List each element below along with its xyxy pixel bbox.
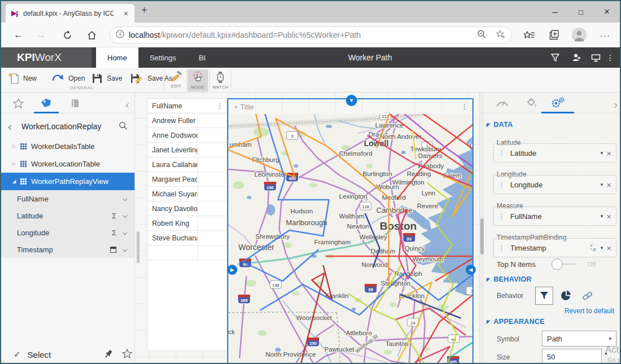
browser-menu-icon[interactable]: ··· (598, 28, 613, 42)
search-icon[interactable] (119, 121, 128, 133)
url-text[interactable]: localhost/kpiworx/default.kpix#dashboard… (129, 30, 361, 40)
tree-item-WorkerDetailsTable[interactable]: ▷WorkerDetailsTable (1, 138, 134, 155)
binding-dropdown-icon[interactable]: ▾ (601, 245, 603, 251)
field-dropdown-icon[interactable] (123, 213, 127, 218)
widget-handle-right-icon[interactable]: ◀ (466, 265, 476, 275)
table-row[interactable]: Robert King (147, 216, 227, 231)
tree-item-WorkerPathReplayView[interactable]: ◢WorkerPathReplayView (1, 173, 134, 190)
watch-mode-button[interactable]: WATCH (210, 69, 231, 91)
favorite-star-icon[interactable] (122, 349, 132, 361)
cell-fullname[interactable]: Anne Dodsworth (147, 128, 198, 142)
binding-measure[interactable]: ⋮FullName▾× (493, 207, 616, 226)
collapsed-icon[interactable]: ▷ (12, 161, 20, 166)
binding-dropdown-icon[interactable]: ▾ (601, 213, 603, 219)
binding-remove-icon[interactable]: × (606, 243, 611, 253)
profile-avatar[interactable] (572, 28, 587, 42)
aggregate-sigma-icon[interactable]: Σ (112, 212, 116, 220)
binding-dropdown-icon[interactable]: ▾ (601, 150, 603, 156)
table-row[interactable] (147, 245, 227, 260)
calendar-icon[interactable] (110, 247, 116, 253)
binding-remove-icon[interactable]: × (606, 212, 611, 221)
zoom-out-icon[interactable] (477, 29, 487, 41)
expanded-icon[interactable]: ◢ (12, 179, 20, 184)
new-tab-button[interactable]: + (141, 5, 147, 16)
edit-mode-button[interactable]: EDIT (166, 69, 186, 91)
section-header-behavior[interactable]: ◤BEHAVIOR (487, 275, 532, 283)
binding-remove-icon[interactable]: × (606, 148, 611, 158)
fullname-table-widget[interactable]: FullName ⋮ Andrew FullerAnne DodsworthJa… (147, 98, 227, 351)
user-icon[interactable] (570, 52, 583, 63)
binding-dropdown-icon[interactable]: ▾ (601, 182, 603, 187)
widget-handle-left-icon[interactable]: ▶ (227, 265, 237, 275)
select-mode-label[interactable]: Select (28, 350, 51, 359)
time-grouping-icon[interactable]: YB (590, 244, 597, 252)
settings-tab-icon[interactable] (546, 96, 569, 109)
window-close-button[interactable]: × (594, 1, 620, 23)
section-header-appearance[interactable]: ◤APPEARANCE (487, 318, 545, 326)
favorites-bar-icon[interactable] (522, 28, 537, 42)
drag-handle-icon[interactable]: ⋮ (498, 213, 505, 220)
collections-icon[interactable] (547, 28, 562, 42)
present-icon[interactable] (589, 52, 602, 63)
address-bar[interactable]: localhost/kpiworx/default.kpix#dashboard… (110, 27, 512, 43)
table-row[interactable]: Anne Dodsworth (147, 128, 227, 143)
drag-handle-icon[interactable]: ⋮ (498, 244, 505, 252)
field-latitude[interactable]: LatitudeΣ (1, 207, 134, 224)
field-dropdown-icon[interactable] (123, 247, 127, 252)
site-info-icon[interactable] (116, 30, 124, 41)
window-minimize-button[interactable]: ─ (542, 1, 568, 23)
top-n-toggle[interactable] (551, 258, 577, 270)
new-button[interactable]: New (8, 71, 37, 86)
browser-tab[interactable]: default.kpix - AnyGlass by ICONI × (6, 4, 134, 23)
table-row[interactable]: Janet Leverling (147, 143, 227, 157)
app-tab-settings[interactable]: Settings (138, 47, 188, 68)
map-widget[interactable]: + Title ⋮ 321314951901289390146395952444… (227, 98, 474, 364)
table-row[interactable]: Michael Suyama (147, 187, 227, 201)
cell-fullname[interactable] (147, 245, 198, 260)
binding-longitude[interactable]: ⋮Longitude▾× (493, 175, 616, 194)
cell-fullname[interactable]: Laura Callahan (147, 157, 198, 172)
open-button[interactable]: Open (51, 71, 85, 86)
binding-latitude[interactable]: ⋮Latitude▾× (493, 143, 616, 163)
table-row[interactable]: Andrew Fuller (147, 113, 227, 128)
table-menu-icon[interactable]: ⋮ (216, 102, 227, 110)
cell-fullname[interactable]: Andrew Fuller (147, 113, 198, 128)
back-icon[interactable]: ← (14, 29, 23, 41)
map-menu-icon[interactable]: ⋮ (461, 103, 468, 111)
behavior-link-icon[interactable] (579, 287, 596, 305)
collapsed-icon[interactable]: ▷ (12, 144, 20, 149)
filter-icon[interactable] (549, 52, 561, 63)
aggregate-sigma-icon[interactable]: Σ (112, 229, 116, 237)
cell-fullname[interactable]: Robert King (147, 216, 198, 230)
table-row[interactable]: Nancy Davolio (147, 201, 227, 216)
style-tab-icon[interactable] (520, 96, 543, 109)
table-row[interactable]: Laura Callahan (147, 157, 227, 172)
table-row[interactable]: Steve Buchanan (147, 231, 227, 245)
cell-fullname[interactable]: Michael Suyama (147, 187, 198, 201)
tree-item-WorkerLocationTable[interactable]: ▷WorkerLocationTable (1, 155, 134, 173)
field-fullname[interactable]: FullName (1, 190, 134, 207)
add-favorite-icon[interactable] (496, 29, 506, 41)
sidebar-collapse-icon[interactable] (127, 99, 130, 109)
favorites-tab-star-icon[interactable] (7, 97, 29, 110)
tab-close-icon[interactable]: × (122, 9, 130, 18)
behavior-pie-icon[interactable] (558, 287, 575, 305)
refresh-icon[interactable] (60, 28, 75, 42)
app-tab-bi[interactable]: BI (188, 47, 217, 68)
behavior-filter-button[interactable] (535, 287, 553, 305)
column-header-fullname[interactable]: FullName (147, 102, 183, 110)
field-timestamp[interactable]: Timestamp (1, 241, 134, 258)
map-canvas[interactable]: 3213149519012893901463959524442954953urn… (228, 114, 472, 364)
widget-handle-top-icon[interactable]: ▼ (346, 95, 357, 106)
save-button[interactable]: Save (92, 71, 122, 86)
field-dropdown-icon[interactable] (123, 196, 127, 201)
table-row[interactable]: Margaret Peacock (147, 172, 227, 187)
app-menu-icon[interactable]: ⋮ (604, 52, 616, 63)
home-icon[interactable] (84, 28, 99, 42)
dataset-back-icon[interactable] (9, 121, 12, 131)
pin-icon[interactable] (104, 349, 113, 361)
revert-to-default-link[interactable]: Revert to default (564, 307, 614, 315)
gauge-tab-icon[interactable] (491, 96, 514, 109)
pages-tab-icon[interactable] (63, 97, 86, 110)
cell-fullname[interactable]: Margaret Peacock (147, 172, 198, 186)
